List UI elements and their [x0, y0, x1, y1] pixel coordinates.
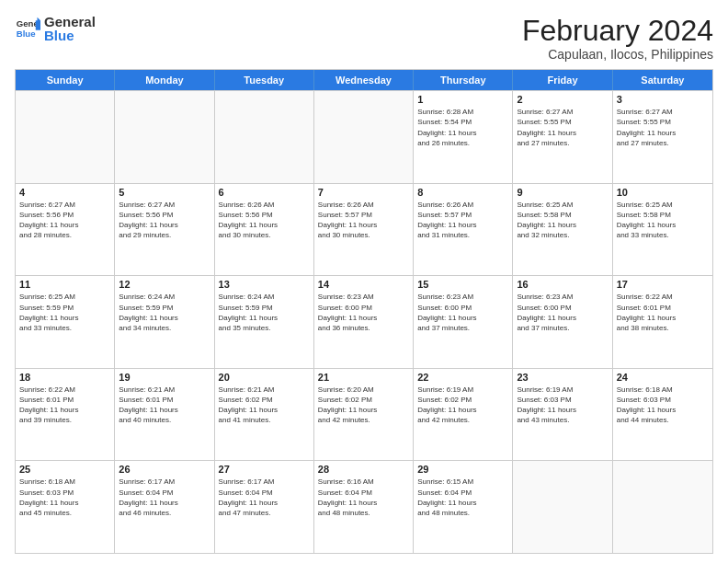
day-number: 28 — [318, 464, 409, 475]
cell-info: Sunrise: 6:22 AM Sunset: 6:01 PM Dayligh… — [617, 292, 709, 333]
day-number: 13 — [219, 279, 310, 290]
day-cell-27: 27Sunrise: 6:17 AM Sunset: 6:04 PM Dayli… — [215, 461, 314, 553]
day-number: 26 — [119, 464, 210, 475]
day-cell-2: 2Sunrise: 6:27 AM Sunset: 5:55 PM Daylig… — [513, 91, 612, 183]
cell-info: Sunrise: 6:25 AM Sunset: 5:58 PM Dayligh… — [517, 200, 608, 241]
day-number: 20 — [219, 372, 310, 383]
cell-info: Sunrise: 6:15 AM Sunset: 6:04 PM Dayligh… — [417, 477, 508, 518]
cell-info: Sunrise: 6:18 AM Sunset: 6:03 PM Dayligh… — [19, 477, 110, 518]
day-number: 17 — [617, 279, 709, 290]
day-cell-7: 7Sunrise: 6:26 AM Sunset: 5:57 PM Daylig… — [314, 184, 414, 276]
day-cell-17: 17Sunrise: 6:22 AM Sunset: 6:01 PM Dayli… — [613, 276, 712, 368]
day-cell-3: 3Sunrise: 6:27 AM Sunset: 5:55 PM Daylig… — [613, 91, 712, 183]
week-row-2: 4Sunrise: 6:27 AM Sunset: 5:56 PM Daylig… — [16, 183, 712, 276]
cell-info: Sunrise: 6:27 AM Sunset: 5:56 PM Dayligh… — [119, 200, 210, 241]
month-title: February 2024 — [522, 15, 713, 47]
day-number: 27 — [219, 464, 310, 475]
day-cell-5: 5Sunrise: 6:27 AM Sunset: 5:56 PM Daylig… — [115, 184, 214, 276]
page: General Blue General Blue February 2024 … — [0, 0, 728, 563]
empty-cell — [613, 461, 712, 553]
day-cell-16: 16Sunrise: 6:23 AM Sunset: 6:00 PM Dayli… — [513, 276, 612, 368]
day-number: 25 — [19, 464, 110, 475]
cell-info: Sunrise: 6:27 AM Sunset: 5:56 PM Dayligh… — [19, 200, 110, 241]
cell-info: Sunrise: 6:20 AM Sunset: 6:02 PM Dayligh… — [318, 385, 409, 426]
cell-info: Sunrise: 6:23 AM Sunset: 6:00 PM Dayligh… — [318, 292, 409, 333]
location-subtitle: Capulaan, Ilocos, Philippines — [522, 47, 713, 62]
calendar: SundayMondayTuesdayWednesdayThursdayFrid… — [15, 69, 713, 554]
day-number: 19 — [119, 372, 210, 383]
day-cell-29: 29Sunrise: 6:15 AM Sunset: 6:04 PM Dayli… — [414, 461, 513, 553]
svg-text:Blue: Blue — [17, 29, 36, 39]
title-block: February 2024 Capulaan, Ilocos, Philippi… — [522, 15, 713, 62]
day-cell-12: 12Sunrise: 6:24 AM Sunset: 5:59 PM Dayli… — [115, 276, 214, 368]
day-number: 12 — [119, 279, 210, 290]
cell-info: Sunrise: 6:24 AM Sunset: 5:59 PM Dayligh… — [219, 292, 310, 333]
cell-info: Sunrise: 6:19 AM Sunset: 6:03 PM Dayligh… — [517, 385, 608, 426]
empty-cell — [513, 461, 612, 553]
day-header-thursday: Thursday — [414, 70, 513, 90]
logo-blue: Blue — [44, 29, 96, 42]
day-cell-28: 28Sunrise: 6:16 AM Sunset: 6:04 PM Dayli… — [314, 461, 414, 553]
cell-info: Sunrise: 6:27 AM Sunset: 5:55 PM Dayligh… — [517, 107, 608, 148]
day-cell-11: 11Sunrise: 6:25 AM Sunset: 5:59 PM Dayli… — [16, 276, 115, 368]
week-row-1: 1Sunrise: 6:28 AM Sunset: 5:54 PM Daylig… — [16, 90, 712, 183]
cell-info: Sunrise: 6:16 AM Sunset: 6:04 PM Dayligh… — [318, 477, 409, 518]
header: General Blue General Blue February 2024 … — [15, 15, 713, 62]
day-header-friday: Friday — [513, 70, 612, 90]
empty-cell — [215, 91, 314, 183]
day-number: 10 — [617, 187, 709, 198]
day-number: 1 — [417, 94, 508, 105]
day-cell-4: 4Sunrise: 6:27 AM Sunset: 5:56 PM Daylig… — [16, 184, 115, 276]
cell-info: Sunrise: 6:18 AM Sunset: 6:03 PM Dayligh… — [617, 385, 709, 426]
cell-info: Sunrise: 6:17 AM Sunset: 6:04 PM Dayligh… — [219, 477, 310, 518]
day-cell-23: 23Sunrise: 6:19 AM Sunset: 6:03 PM Dayli… — [513, 369, 612, 461]
empty-cell — [115, 91, 214, 183]
week-row-5: 25Sunrise: 6:18 AM Sunset: 6:03 PM Dayli… — [16, 460, 712, 553]
empty-cell — [314, 91, 414, 183]
day-cell-1: 1Sunrise: 6:28 AM Sunset: 5:54 PM Daylig… — [414, 91, 513, 183]
day-number: 23 — [517, 372, 608, 383]
cell-info: Sunrise: 6:28 AM Sunset: 5:54 PM Dayligh… — [417, 107, 508, 148]
day-number: 29 — [417, 464, 508, 475]
logo-general: General — [44, 15, 96, 29]
day-cell-21: 21Sunrise: 6:20 AM Sunset: 6:02 PM Dayli… — [314, 369, 414, 461]
cell-info: Sunrise: 6:23 AM Sunset: 6:00 PM Dayligh… — [417, 292, 508, 333]
cell-info: Sunrise: 6:22 AM Sunset: 6:01 PM Dayligh… — [19, 385, 110, 426]
day-number: 4 — [19, 187, 110, 198]
day-cell-25: 25Sunrise: 6:18 AM Sunset: 6:03 PM Dayli… — [16, 461, 115, 553]
day-cell-8: 8Sunrise: 6:26 AM Sunset: 5:57 PM Daylig… — [414, 184, 513, 276]
cell-info: Sunrise: 6:26 AM Sunset: 5:57 PM Dayligh… — [417, 200, 508, 241]
day-number: 15 — [417, 279, 508, 290]
empty-cell — [16, 91, 115, 183]
cell-info: Sunrise: 6:21 AM Sunset: 6:02 PM Dayligh… — [219, 385, 310, 426]
calendar-body: 1Sunrise: 6:28 AM Sunset: 5:54 PM Daylig… — [16, 90, 712, 553]
day-cell-24: 24Sunrise: 6:18 AM Sunset: 6:03 PM Dayli… — [613, 369, 712, 461]
logo: General Blue General Blue — [15, 15, 96, 42]
day-header-wednesday: Wednesday — [314, 70, 414, 90]
day-cell-13: 13Sunrise: 6:24 AM Sunset: 5:59 PM Dayli… — [215, 276, 314, 368]
day-cell-18: 18Sunrise: 6:22 AM Sunset: 6:01 PM Dayli… — [16, 369, 115, 461]
day-number: 16 — [517, 279, 608, 290]
day-number: 2 — [517, 94, 608, 105]
cell-info: Sunrise: 6:26 AM Sunset: 5:56 PM Dayligh… — [219, 200, 310, 241]
calendar-header: SundayMondayTuesdayWednesdayThursdayFrid… — [16, 70, 712, 90]
day-cell-19: 19Sunrise: 6:21 AM Sunset: 6:01 PM Dayli… — [115, 369, 214, 461]
cell-info: Sunrise: 6:19 AM Sunset: 6:02 PM Dayligh… — [417, 385, 508, 426]
logo-icon: General Blue — [15, 16, 40, 41]
day-number: 18 — [19, 372, 110, 383]
day-header-saturday: Saturday — [613, 70, 712, 90]
day-number: 6 — [219, 187, 310, 198]
day-header-monday: Monday — [115, 70, 214, 90]
cell-info: Sunrise: 6:25 AM Sunset: 5:58 PM Dayligh… — [617, 200, 709, 241]
day-number: 11 — [19, 279, 110, 290]
day-cell-14: 14Sunrise: 6:23 AM Sunset: 6:00 PM Dayli… — [314, 276, 414, 368]
day-number: 24 — [617, 372, 709, 383]
cell-info: Sunrise: 6:24 AM Sunset: 5:59 PM Dayligh… — [119, 292, 210, 333]
day-number: 5 — [119, 187, 210, 198]
cell-info: Sunrise: 6:23 AM Sunset: 6:00 PM Dayligh… — [517, 292, 608, 333]
day-number: 9 — [517, 187, 608, 198]
cell-info: Sunrise: 6:27 AM Sunset: 5:55 PM Dayligh… — [617, 107, 709, 148]
day-cell-9: 9Sunrise: 6:25 AM Sunset: 5:58 PM Daylig… — [513, 184, 612, 276]
cell-info: Sunrise: 6:26 AM Sunset: 5:57 PM Dayligh… — [318, 200, 409, 241]
day-cell-6: 6Sunrise: 6:26 AM Sunset: 5:56 PM Daylig… — [215, 184, 314, 276]
